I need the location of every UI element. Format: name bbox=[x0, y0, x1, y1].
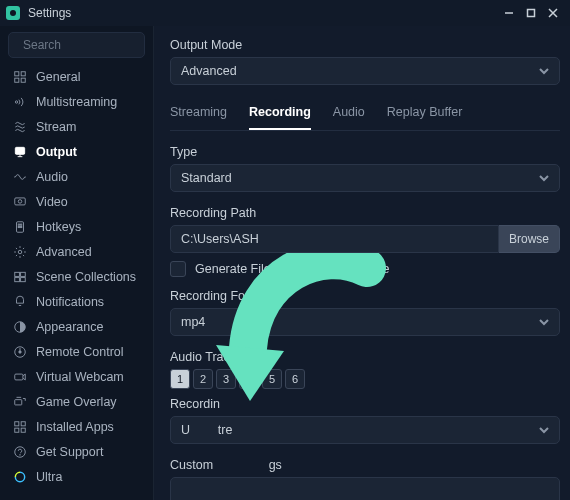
chevron-down-icon bbox=[539, 421, 549, 439]
tab-streaming[interactable]: Streaming bbox=[170, 99, 227, 130]
audio-track-label: Audio Track bbox=[170, 350, 560, 364]
audio-tracks: 123456 bbox=[170, 369, 560, 389]
sidebar-item-label: Scene Collections bbox=[36, 270, 136, 284]
sidebar-item-game-overlay[interactable]: Game Overlay bbox=[0, 389, 153, 414]
recording-format-select[interactable]: mp4 bbox=[170, 308, 560, 336]
chevron-down-icon bbox=[539, 62, 549, 80]
sidebar-item-video[interactable]: Video bbox=[0, 189, 153, 214]
video-icon bbox=[12, 195, 28, 209]
sidebar-item-label: Remote Control bbox=[36, 345, 124, 359]
svg-rect-2 bbox=[15, 71, 19, 75]
sidebar-item-label: Virtual Webcam bbox=[36, 370, 124, 384]
audio-track-2[interactable]: 2 bbox=[193, 369, 213, 389]
svg-rect-13 bbox=[18, 226, 19, 227]
svg-point-30 bbox=[20, 454, 21, 455]
game-overlay-icon bbox=[12, 395, 28, 409]
svg-rect-10 bbox=[17, 221, 24, 232]
minimize-button[interactable] bbox=[498, 2, 520, 24]
notifications-icon bbox=[12, 295, 28, 309]
installed-apps-icon bbox=[12, 420, 28, 434]
svg-rect-17 bbox=[21, 272, 26, 276]
close-button[interactable] bbox=[542, 2, 564, 24]
sidebar-item-general[interactable]: General bbox=[0, 64, 153, 89]
search-field[interactable] bbox=[23, 38, 173, 52]
sidebar-item-label: Multistreaming bbox=[36, 95, 117, 109]
sidebar-item-scene-collections[interactable]: Scene Collections bbox=[0, 264, 153, 289]
svg-rect-26 bbox=[21, 421, 25, 425]
sidebar-item-advanced[interactable]: Advanced bbox=[0, 239, 153, 264]
generate-filename-checkbox[interactable]: Generate File Name without Space bbox=[170, 261, 560, 277]
appearance-icon bbox=[12, 320, 28, 334]
svg-rect-14 bbox=[21, 226, 22, 227]
output-mode-select[interactable]: Advanced bbox=[170, 57, 560, 85]
custom-muxer-label: Custom gs bbox=[170, 458, 560, 472]
encoder-select[interactable]: U tre bbox=[170, 416, 560, 444]
svg-rect-28 bbox=[21, 428, 25, 432]
advanced-icon bbox=[12, 245, 28, 259]
sidebar-item-label: Stream bbox=[36, 120, 76, 134]
maximize-button[interactable] bbox=[520, 2, 542, 24]
svg-point-9 bbox=[18, 199, 22, 203]
type-select[interactable]: Standard bbox=[170, 164, 560, 192]
svg-rect-4 bbox=[15, 78, 19, 82]
output-mode-label: Output Mode bbox=[170, 38, 560, 52]
svg-rect-5 bbox=[21, 78, 25, 82]
sidebar-item-hotkeys[interactable]: Hotkeys bbox=[0, 214, 153, 239]
tab-recording[interactable]: Recording bbox=[249, 99, 311, 130]
sidebar-item-label: Advanced bbox=[36, 245, 92, 259]
sidebar-item-label: Notifications bbox=[36, 295, 104, 309]
sidebar-item-appearance[interactable]: Appearance bbox=[0, 314, 153, 339]
sidebar-item-audio[interactable]: Audio bbox=[0, 164, 153, 189]
sidebar-item-notifications[interactable]: Notifications bbox=[0, 289, 153, 314]
stream-icon bbox=[12, 120, 28, 134]
svg-rect-7 bbox=[15, 147, 24, 154]
checkbox-icon bbox=[170, 261, 186, 277]
svg-point-15 bbox=[18, 250, 22, 254]
audio-track-5[interactable]: 5 bbox=[262, 369, 282, 389]
sidebar-item-output[interactable]: Output bbox=[0, 139, 153, 164]
svg-rect-24 bbox=[15, 399, 22, 404]
remote-control-icon bbox=[12, 345, 28, 359]
svg-rect-3 bbox=[21, 71, 25, 75]
general-icon bbox=[12, 70, 28, 84]
output-icon bbox=[12, 145, 28, 159]
svg-rect-16 bbox=[15, 272, 20, 276]
svg-rect-25 bbox=[15, 421, 19, 425]
sidebar-item-get-support[interactable]: Get Support bbox=[0, 439, 153, 464]
sidebar-item-virtual-webcam[interactable]: Virtual Webcam bbox=[0, 364, 153, 389]
sidebar-item-installed-apps[interactable]: Installed Apps bbox=[0, 414, 153, 439]
sidebar: GeneralMultistreamingStreamOutputAudioVi… bbox=[0, 26, 154, 500]
sidebar-item-stream[interactable]: Stream bbox=[0, 114, 153, 139]
sidebar-item-multistreaming[interactable]: Multistreaming bbox=[0, 89, 153, 114]
audio-track-6[interactable]: 6 bbox=[285, 369, 305, 389]
recording-path-input[interactable] bbox=[170, 225, 499, 253]
sidebar-item-remote-control[interactable]: Remote Control bbox=[0, 339, 153, 364]
main-panel: Output Mode Advanced StreamingRecordingA… bbox=[154, 26, 570, 500]
chevron-down-icon bbox=[539, 169, 549, 187]
svg-rect-11 bbox=[18, 224, 19, 225]
sidebar-item-label: Output bbox=[36, 145, 77, 159]
sidebar-item-label: Ultra bbox=[36, 470, 62, 484]
multistreaming-icon bbox=[12, 95, 28, 109]
sidebar-item-label: Game Overlay bbox=[36, 395, 117, 409]
custom-muxer-input[interactable] bbox=[170, 477, 560, 500]
sidebar-item-label: Appearance bbox=[36, 320, 103, 334]
window-title: Settings bbox=[28, 6, 71, 20]
sidebar-item-label: Audio bbox=[36, 170, 68, 184]
ultra-icon bbox=[12, 470, 28, 484]
tab-audio[interactable]: Audio bbox=[333, 99, 365, 130]
audio-track-1[interactable]: 1 bbox=[170, 369, 190, 389]
svg-rect-23 bbox=[15, 374, 23, 380]
audio-track-3[interactable]: 3 bbox=[216, 369, 236, 389]
virtual-webcam-icon bbox=[12, 370, 28, 384]
audio-icon bbox=[12, 170, 28, 184]
search-input[interactable] bbox=[8, 32, 145, 58]
sidebar-item-ultra[interactable]: Ultra bbox=[0, 464, 153, 489]
browse-button[interactable]: Browse bbox=[499, 225, 560, 253]
sidebar-item-label: Hotkeys bbox=[36, 220, 81, 234]
svg-rect-8 bbox=[15, 197, 26, 204]
audio-track-4[interactable]: 4 bbox=[239, 369, 259, 389]
tab-replay-buffer[interactable]: Replay Buffer bbox=[387, 99, 463, 130]
hotkeys-icon bbox=[12, 220, 28, 234]
sidebar-item-label: Get Support bbox=[36, 445, 103, 459]
